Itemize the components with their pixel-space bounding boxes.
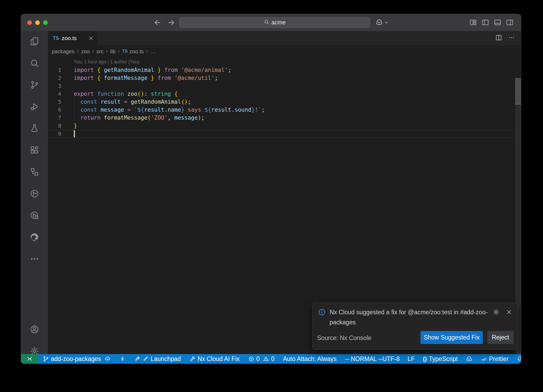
notification-source: Source: Nx Console [317, 334, 371, 342]
breadcrumb-item[interactable]: src [97, 49, 104, 55]
text-cursor [74, 130, 75, 137]
scrollbar-thumb[interactable] [515, 78, 521, 104]
branch-name: add-zoo-packages [51, 355, 101, 363]
forward-icon[interactable] [167, 19, 175, 28]
titlebar: acme [21, 14, 521, 31]
typescript-file-icon: TS [122, 49, 128, 54]
testing-icon[interactable] [28, 122, 41, 134]
toggle-secondary-sidebar-icon[interactable] [506, 19, 514, 27]
braces-icon: {} [423, 356, 427, 362]
nx-console-icon[interactable] [28, 166, 41, 178]
search-icon [264, 19, 269, 26]
screen: acme [0, 0, 543, 392]
close-window-button[interactable] [27, 20, 32, 25]
code-line: 2import { formatMessage } from '@acme/ut… [48, 74, 521, 82]
encoding-item[interactable]: UTF-8 [382, 355, 400, 363]
account-icon[interactable] [28, 323, 41, 336]
show-suggested-fix-button[interactable]: Show Suggested Fix [421, 331, 483, 344]
breadcrumb-overflow[interactable]: … [150, 49, 156, 55]
nx-cloud-fix-item[interactable]: Nx Cloud AI Fix [189, 355, 240, 363]
more-actions-icon[interactable] [508, 34, 515, 42]
breadcrumb-item[interactable]: lib [110, 49, 116, 55]
source-control-icon[interactable] [28, 79, 41, 91]
bell-icon [516, 356, 521, 362]
command-center-search[interactable]: acme [179, 17, 370, 28]
editor-group: TS zoo.ts [48, 31, 521, 354]
copilot-icon [375, 18, 383, 27]
toggle-sidebar-icon[interactable] [481, 19, 489, 27]
auto-attach-item[interactable]: Auto Attach: Always [283, 355, 336, 363]
zoom-window-button[interactable] [43, 20, 48, 25]
project-graph-icon[interactable] [28, 188, 41, 200]
vim-mode-item[interactable]: -- NORMAL -- [345, 355, 382, 363]
code-line: 6 const message = `${result.name} says $… [48, 106, 521, 114]
commit-indicator[interactable] [119, 356, 126, 362]
branch-indicator[interactable]: add-zoo-packages [43, 355, 111, 363]
typescript-file-icon: TS [53, 36, 59, 41]
run-debug-icon[interactable] [28, 101, 41, 113]
tab-zoo-ts[interactable]: TS zoo.ts [48, 31, 98, 45]
chevron-right-icon: › [118, 48, 120, 55]
paintbrush-icon [142, 356, 149, 362]
code-lines: 1import { getRandomAnimal } from '@acme/… [48, 66, 521, 138]
tab-close-icon[interactable] [88, 35, 94, 41]
chevron-down-icon [384, 20, 389, 25]
customize-layout-icon[interactable] [469, 19, 477, 27]
search-value: acme [272, 19, 286, 26]
code-line: 3 [48, 82, 521, 90]
code-line: 8} [48, 122, 521, 130]
language-mode-item[interactable]: {} TypeScript [423, 355, 458, 363]
extensions-icon[interactable] [28, 144, 41, 156]
notification-settings-gear-icon[interactable] [493, 308, 500, 316]
chevron-right-icon: › [106, 48, 108, 55]
notification-toast: Nx Cloud suggested a fix for @acme/zoo:t… [312, 303, 518, 350]
code-line: 4export function zoo(): string { [48, 90, 521, 98]
info-icon [318, 308, 326, 316]
graph-search-icon[interactable] [28, 209, 41, 221]
code-line: 9 [48, 130, 521, 138]
copilot-menu[interactable] [375, 18, 389, 27]
traffic-lights [27, 20, 48, 25]
chevron-right-icon: › [146, 48, 148, 55]
additional-views-icon[interactable] [28, 253, 41, 265]
copilot-status[interactable] [466, 355, 473, 363]
warning-count: 0 [271, 355, 274, 363]
tab-bar: TS zoo.ts [48, 31, 521, 45]
breadcrumb-item[interactable]: packages [52, 49, 75, 55]
nx-fix-label: Nx Cloud AI Fix [198, 355, 240, 363]
reject-button[interactable]: Reject [487, 331, 514, 344]
git-branch-icon [43, 356, 49, 362]
eol-item[interactable]: LF [408, 355, 415, 363]
explorer-icon[interactable] [28, 35, 41, 47]
edge-devtools-icon[interactable] [28, 231, 41, 243]
breadcrumb-file[interactable]: TS zoo.ts [122, 49, 144, 55]
warning-icon [263, 356, 269, 362]
problems-indicator[interactable]: 0 0 [248, 355, 275, 363]
split-editor-icon[interactable] [495, 34, 502, 42]
copilot-icon [466, 355, 473, 363]
rocket-icon [134, 356, 141, 362]
formatter-item[interactable]: Prettier [481, 355, 509, 363]
search-view-icon[interactable] [28, 57, 41, 69]
cloud-upload-icon [104, 356, 111, 362]
breadcrumb-item[interactable]: zoo [81, 49, 90, 55]
vscode-window: acme [21, 14, 521, 364]
minimize-window-button[interactable] [35, 20, 40, 25]
toggle-panel-icon[interactable] [494, 19, 501, 27]
notification-message: Nx Cloud suggested a fix for @acme/zoo:t… [330, 307, 491, 327]
breadcrumb: packages › zoo › src › lib › TS zoo.ts ›… [48, 45, 521, 58]
notification-close-icon[interactable] [505, 308, 513, 316]
error-count: 0 [256, 355, 260, 363]
notifications-bell[interactable] [516, 356, 521, 362]
tab-label: zoo.ts [62, 35, 77, 41]
code-line: 7 return formatMessage('ZOO', message); [48, 114, 521, 122]
remote-indicator[interactable] [21, 354, 38, 364]
code-line: 5 const result = getRandomAnimal(); [48, 98, 521, 106]
back-icon[interactable] [154, 19, 161, 28]
remote-icon [27, 356, 33, 362]
double-check-icon [481, 356, 487, 362]
wrench-icon [189, 356, 196, 362]
launchpad-item[interactable]: Launchpad [134, 355, 181, 363]
notification-dot [520, 356, 521, 358]
chevron-right-icon: › [77, 48, 79, 55]
